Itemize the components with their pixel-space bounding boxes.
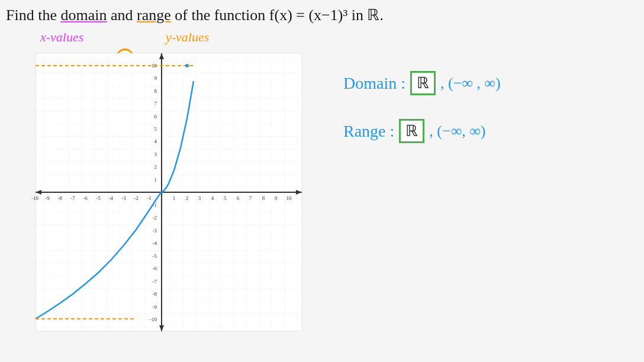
svg-text:10: 10 [286, 195, 292, 201]
svg-text:-9: -9 [153, 304, 157, 310]
svg-text:1: 1 [173, 195, 176, 201]
range-boxed-r: ℝ [399, 119, 424, 143]
right-panel: Domain : ℝ , (−∞ , ∞) Range : ℝ , (−∞, ∞… [343, 71, 627, 143]
svg-text:-9: -9 [45, 195, 50, 201]
domain-interval: , (−∞ , ∞) [440, 75, 501, 92]
svg-text:5: 5 [154, 126, 157, 132]
svg-text:-7: -7 [153, 279, 157, 285]
svg-text:-10: -10 [150, 316, 157, 322]
svg-text:3: 3 [198, 195, 201, 201]
header: Find the domain and range of the functio… [6, 5, 384, 26]
svg-text:3: 3 [154, 151, 157, 157]
domain-row: Domain : ℝ , (−∞ , ∞) [343, 71, 627, 95]
svg-text:-4: -4 [108, 195, 113, 201]
svg-text:6: 6 [154, 114, 157, 119]
header-rest: of the function f(x) = (x−1)³ in ℝ. [171, 7, 384, 24]
svg-text:2: 2 [154, 164, 157, 170]
header-range-word: range [137, 7, 171, 24]
header-domain-word: domain [60, 7, 107, 24]
svg-text:-2: -2 [153, 215, 157, 221]
svg-text:4: 4 [154, 138, 157, 144]
svg-point-50 [185, 64, 189, 67]
svg-text:1: 1 [154, 177, 157, 183]
domain-label: Domain : [343, 74, 405, 93]
svg-text:-3: -3 [153, 228, 157, 234]
svg-text:8: 8 [154, 88, 157, 94]
svg-text:-2: -2 [134, 195, 139, 201]
svg-text:9: 9 [275, 195, 278, 201]
svg-text:8: 8 [262, 195, 265, 201]
svg-text:-10: -10 [31, 195, 38, 201]
page: Find the domain and range of the functio… [0, 0, 644, 362]
svg-text:-8: -8 [153, 291, 157, 297]
svg-text:-1: -1 [147, 195, 152, 201]
svg-text:4: 4 [211, 195, 214, 201]
sublabel-x-values: x-values [40, 30, 83, 45]
range-interval: , (−∞, ∞) [429, 122, 485, 140]
svg-text:-7: -7 [70, 195, 75, 201]
svg-text:-5: -5 [153, 253, 157, 259]
svg-text:-5: -5 [96, 195, 101, 201]
header-and: and [107, 7, 137, 24]
range-row: Range : ℝ , (−∞, ∞) [343, 119, 627, 143]
domain-boxed-r: ℝ [410, 71, 436, 95]
svg-text:6: 6 [237, 195, 240, 201]
sublabel-y-values: y-values [166, 30, 209, 45]
svg-text:7: 7 [249, 195, 252, 201]
graph: -1 -2 -3 -4 -5 -6 -7 -8 -9 -10 1 2 3 4 5… [18, 47, 320, 349]
range-label: Range : [343, 122, 394, 141]
svg-text:5: 5 [224, 195, 227, 201]
svg-text:2: 2 [186, 195, 189, 201]
svg-text:-6: -6 [83, 195, 88, 201]
svg-text:-4: -4 [153, 240, 157, 246]
svg-text:-3: -3 [121, 195, 126, 201]
svg-text:-6: -6 [153, 266, 157, 272]
header-find: Find the [6, 7, 60, 24]
svg-text:-8: -8 [57, 195, 62, 201]
svg-text:7: 7 [154, 101, 157, 106]
svg-text:9: 9 [154, 75, 157, 81]
